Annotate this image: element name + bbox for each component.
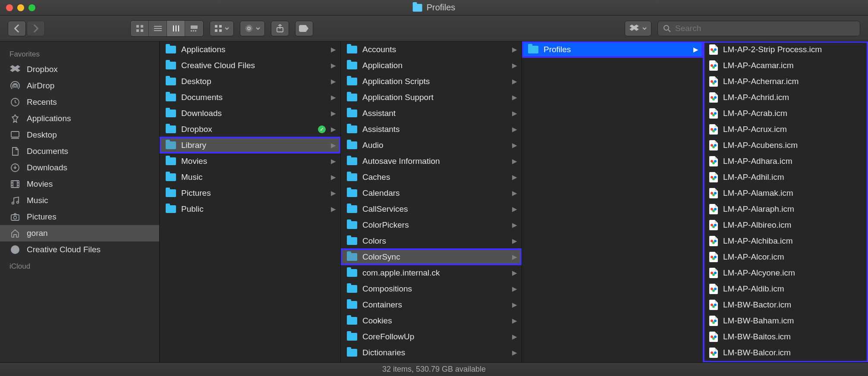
file-row[interactable]: LM-BW-Balcor.icm xyxy=(703,345,868,360)
status-bar: 32 items, 530.79 GB available xyxy=(0,362,868,376)
search-input[interactable] xyxy=(675,24,855,33)
file-row[interactable]: LM-BW-Baham.icm xyxy=(703,313,868,329)
file-row[interactable]: LM-AP-Acrux.icm xyxy=(703,121,868,137)
forward-button[interactable] xyxy=(27,21,45,36)
folder-row[interactable]: Assistants▶ xyxy=(341,121,522,137)
list-view-button[interactable] xyxy=(149,21,167,36)
icc-profile-icon xyxy=(709,108,718,119)
icon-view-button[interactable] xyxy=(131,21,149,36)
row-label: Application Scripts xyxy=(362,77,507,86)
folder-row[interactable]: Compositions▶ xyxy=(341,281,522,297)
folder-row[interactable]: Application Support▶ xyxy=(341,89,522,105)
sidebar-item-music[interactable]: Music xyxy=(0,192,159,209)
folder-row[interactable]: Library▶ xyxy=(160,137,340,153)
file-row[interactable]: LM-AP-Adhara.icm xyxy=(703,153,868,169)
folder-row[interactable]: Dropbox✓▶ xyxy=(160,121,340,137)
disclosure-arrow-icon: ▶ xyxy=(512,189,517,197)
folder-row[interactable]: com.apple.internal.ck▶ xyxy=(341,265,522,281)
folder-row[interactable]: Public▶ xyxy=(160,201,340,217)
folder-row[interactable]: Autosave Information▶ xyxy=(341,153,522,169)
sidebar-item-documents[interactable]: Documents xyxy=(0,143,159,160)
zoom-window-button[interactable] xyxy=(28,4,35,11)
sidebar-item-recents[interactable]: Recents xyxy=(0,94,159,110)
folder-row[interactable]: Downloads▶ xyxy=(160,105,340,121)
row-label: Library xyxy=(181,141,326,150)
file-row[interactable]: LM-AP-Alamak.icm xyxy=(703,185,868,201)
icc-profile-icon xyxy=(709,220,718,230)
folder-row[interactable]: Pictures▶ xyxy=(160,185,340,201)
file-row[interactable]: LM-AP-Albireo.icm xyxy=(703,217,868,233)
disclosure-arrow-icon: ▶ xyxy=(512,78,517,85)
file-row[interactable]: LM-AP-2-Strip Process.icm xyxy=(703,41,868,57)
folder-row[interactable]: Containers▶ xyxy=(341,297,522,313)
file-row[interactable]: LM-AP-Alaraph.icm xyxy=(703,201,868,217)
file-row[interactable]: LM-AP-Acamar.icm xyxy=(703,57,868,73)
folder-row[interactable]: Movies▶ xyxy=(160,153,340,169)
folder-row[interactable]: Desktop▶ xyxy=(160,73,340,89)
folder-row[interactable]: Cookies▶ xyxy=(341,313,522,329)
file-row[interactable]: LM-AP-Acubens.icm xyxy=(703,137,868,153)
svg-point-21 xyxy=(14,85,16,87)
sidebar-section-header: Favorites xyxy=(0,46,159,61)
action-menu-button[interactable] xyxy=(240,21,265,36)
file-row[interactable]: LM-AP-Alchiba.icm xyxy=(703,233,868,249)
tags-button[interactable] xyxy=(295,21,313,36)
close-window-button[interactable] xyxy=(6,4,13,11)
search-field[interactable] xyxy=(657,21,860,36)
folder-row[interactable]: Caches▶ xyxy=(341,169,522,185)
file-row[interactable]: LM-AP-Achrid.icm xyxy=(703,89,868,105)
folder-row[interactable]: Accounts▶ xyxy=(341,41,522,57)
sidebar-item-movies[interactable]: Movies xyxy=(0,176,159,192)
file-row[interactable]: LM-BW-Baitos.icm xyxy=(703,329,868,345)
file-row[interactable]: LM-AP-Alcyone.icm xyxy=(703,265,868,281)
folder-row[interactable]: Dictionaries▶ xyxy=(341,345,522,360)
folder-row[interactable]: CoreFollowUp▶ xyxy=(341,329,522,345)
chevron-down-icon xyxy=(642,27,647,30)
folder-row[interactable]: Music▶ xyxy=(160,169,340,185)
folder-row[interactable]: ColorPickers▶ xyxy=(341,217,522,233)
folder-row[interactable]: Creative Cloud Files▶ xyxy=(160,57,340,73)
sidebar-item-pictures[interactable]: Pictures xyxy=(0,209,159,225)
minimize-window-button[interactable] xyxy=(17,4,24,11)
folder-row[interactable]: Profiles▶ xyxy=(522,41,703,57)
folder-row[interactable]: Applications▶ xyxy=(160,41,340,57)
folder-row[interactable]: ColorSync▶ xyxy=(341,249,522,265)
file-row[interactable]: LM-BW-Bactor.icm xyxy=(703,297,868,313)
column-view-button[interactable] xyxy=(167,21,185,36)
group-by-button[interactable] xyxy=(210,21,234,36)
svg-rect-11 xyxy=(191,30,192,31)
file-row[interactable]: LM-AP-Achernar.icm xyxy=(703,73,868,89)
folder-row[interactable]: Application Scripts▶ xyxy=(341,73,522,89)
folder-row[interactable]: Colors▶ xyxy=(341,233,522,249)
folder-row[interactable]: Calendars▶ xyxy=(341,185,522,201)
folder-row[interactable]: Audio▶ xyxy=(341,137,522,153)
folder-row[interactable]: CallServices▶ xyxy=(341,201,522,217)
sidebar-item-airdrop[interactable]: AirDrop xyxy=(0,78,159,94)
file-row[interactable]: LM-AP-Acrab.icm xyxy=(703,105,868,121)
row-label: LM-AP-Alcor.icm xyxy=(723,252,863,262)
sidebar-item-applications[interactable]: Applications xyxy=(0,110,159,127)
folder-row[interactable]: Assistant▶ xyxy=(341,105,522,121)
sidebar-item-goran[interactable]: goran xyxy=(0,225,159,241)
sidebar-item-creative-cloud-files[interactable]: Creative Cloud Files xyxy=(0,241,159,258)
sidebar-item-label: Dropbox xyxy=(27,65,58,74)
sidebar-item-downloads[interactable]: Downloads xyxy=(0,160,159,176)
camera-icon xyxy=(9,211,21,222)
sidebar-item-desktop[interactable]: Desktop xyxy=(0,127,159,143)
folder-row[interactable]: Application▶ xyxy=(341,57,522,73)
back-button[interactable] xyxy=(8,21,26,36)
disclosure-arrow-icon: ▶ xyxy=(512,349,517,357)
sidebar-item-dropbox[interactable]: Dropbox xyxy=(0,61,159,78)
disclosure-arrow-icon: ▶ xyxy=(512,317,517,325)
dropbox-toolbar-button[interactable] xyxy=(625,21,651,36)
gallery-view-button[interactable] xyxy=(185,21,203,36)
row-label: Accounts xyxy=(362,45,507,54)
file-row[interactable]: LM-AP-Aldib.icm xyxy=(703,281,868,297)
file-row[interactable]: LM-AP-Adhil.icm xyxy=(703,169,868,185)
row-label: com.apple.internal.ck xyxy=(362,268,507,278)
disclosure-arrow-icon: ▶ xyxy=(512,253,517,261)
share-button[interactable] xyxy=(271,21,289,36)
folder-row[interactable]: Documents▶ xyxy=(160,89,340,105)
column-4: LM-AP-2-Strip Process.icmLM-AP-Acamar.ic… xyxy=(703,41,868,362)
file-row[interactable]: LM-AP-Alcor.icm xyxy=(703,249,868,265)
